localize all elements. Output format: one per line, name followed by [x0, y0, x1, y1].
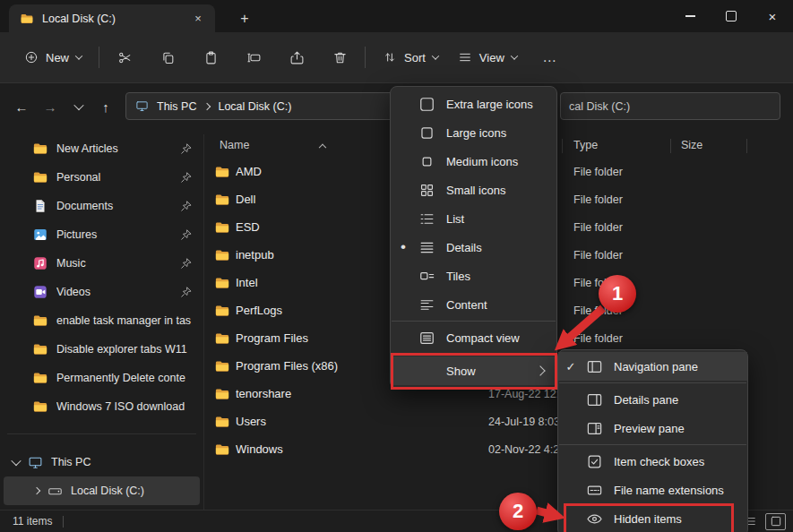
large-icons-icon: [418, 124, 435, 142]
menu-item-tiles[interactable]: Tiles: [391, 262, 556, 290]
folder-icon: [32, 169, 48, 185]
column-divider[interactable]: [746, 139, 747, 153]
sidebar-item-enable-task-manager[interactable]: enable task manager in tas: [0, 306, 203, 335]
submenu-item-hidden-items[interactable]: Hidden items: [558, 504, 747, 532]
view-button[interactable]: View: [448, 44, 527, 71]
sidebar-item-personal[interactable]: Personal: [0, 163, 203, 192]
menu-item-details[interactable]: • Details: [391, 233, 556, 262]
recent-locations-button[interactable]: [66, 94, 91, 119]
new-button[interactable]: New: [14, 44, 91, 71]
chevron-down-icon: [73, 100, 83, 110]
details-view-icon: [418, 239, 435, 256]
file-extension-icon: [586, 482, 603, 499]
share-button[interactable]: [279, 41, 315, 73]
submenu-item-item-check-boxes[interactable]: Item check boxes: [558, 447, 747, 476]
tiles-view-icon: [418, 268, 435, 285]
folder-icon: [214, 219, 230, 236]
maximize-button[interactable]: [711, 0, 752, 32]
column-header-type[interactable]: Type: [573, 139, 598, 151]
compact-view-icon: [418, 330, 435, 347]
thumbnail-view-icon: [770, 515, 782, 528]
menu-item-list[interactable]: List: [391, 204, 556, 233]
column-divider[interactable]: [670, 139, 671, 153]
sidebar-item-music[interactable]: Music: [0, 249, 203, 278]
menu-item-compact-view[interactable]: Compact view: [391, 323, 556, 352]
more-options-button[interactable]: …: [532, 41, 568, 73]
sidebar-item-disable-explorer-tabs[interactable]: Disable explorer tabs W11: [0, 335, 203, 364]
up-button[interactable]: ↑: [93, 94, 118, 119]
menu-item-medium-icons[interactable]: Medium icons: [391, 147, 556, 176]
back-button[interactable]: ←: [9, 94, 34, 119]
view-dropdown-menu: Extra large icons Large icons Medium ico…: [390, 86, 557, 389]
file-explorer-window: Local Disk (C:) × + × New Sort: [0, 0, 793, 532]
cut-button[interactable]: [107, 41, 142, 73]
folder-icon: [214, 330, 230, 347]
breadcrumb-local-disk[interactable]: Local Disk (C:): [218, 100, 291, 113]
sidebar-item-pictures[interactable]: Pictures: [0, 220, 203, 249]
medium-icons-icon: [418, 153, 435, 170]
tab-title: Local Disk (C:): [42, 13, 180, 25]
sidebar-item-windows7-iso[interactable]: Windows 7 ISO download: [0, 392, 203, 421]
column-header-name[interactable]: Name: [220, 139, 249, 151]
pin-icon: [180, 257, 193, 270]
menu-item-content[interactable]: Content: [391, 290, 556, 319]
menu-separator: [559, 444, 746, 445]
forward-button[interactable]: →: [38, 94, 63, 119]
submenu-item-navigation-pane[interactable]: ✓ Navigation pane: [558, 352, 747, 381]
close-button[interactable]: ×: [752, 0, 793, 32]
sort-ascending-icon: [319, 144, 326, 151]
menu-item-large-icons[interactable]: Large icons: [391, 118, 556, 147]
copy-icon: [160, 50, 176, 65]
delete-button[interactable]: [322, 41, 358, 73]
sidebar-item-new-articles[interactable]: New Articles: [0, 134, 203, 163]
submenu-item-file-name-extensions[interactable]: File name extensions: [558, 476, 747, 504]
show-submenu: ✓ Navigation pane Details pane Preview p…: [557, 349, 748, 532]
view-icon: [458, 50, 472, 64]
sidebar-item-documents[interactable]: Documents: [0, 192, 203, 220]
column-divider[interactable]: [562, 139, 563, 153]
navigation-pane: New Articles Personal Documents Pictures…: [0, 134, 204, 511]
menu-item-small-icons[interactable]: Small icons: [391, 176, 556, 204]
menu-separator: [392, 354, 556, 355]
trash-icon: [332, 50, 348, 65]
explorer-tab[interactable]: Local Disk (C:) ×: [9, 4, 215, 32]
view-button-label: View: [479, 51, 504, 64]
chevron-right-icon: [33, 487, 40, 494]
pin-icon: [180, 200, 193, 212]
menu-item-show[interactable]: Show: [391, 356, 556, 385]
sidebar-item-this-pc[interactable]: This PC: [0, 448, 203, 476]
cut-icon: [117, 50, 133, 65]
this-pc-icon: [28, 455, 43, 470]
column-header-size[interactable]: Size: [681, 139, 702, 151]
small-icons-icon: [418, 182, 435, 199]
paste-button[interactable]: [193, 41, 228, 73]
eye-icon: [586, 511, 603, 528]
sort-button[interactable]: Sort: [373, 44, 448, 71]
submenu-item-details-pane[interactable]: Details pane: [558, 385, 747, 414]
minimize-icon: [685, 15, 695, 16]
new-tab-button[interactable]: +: [233, 8, 256, 29]
selected-bullet: •: [391, 238, 416, 256]
copy-button[interactable]: [150, 41, 185, 73]
disk-drive-icon: [47, 484, 63, 499]
toolbar-separator: [365, 47, 366, 68]
large-thumbnails-view-toggle[interactable]: [765, 513, 786, 530]
window-controls: ×: [669, 0, 793, 32]
sidebar-item-videos[interactable]: Videos: [0, 278, 203, 306]
items-count: 11 items: [13, 515, 52, 528]
menu-item-extra-large-icons[interactable]: Extra large icons: [391, 90, 556, 118]
minimize-button[interactable]: [669, 0, 711, 32]
chevron-down-icon: [432, 52, 439, 59]
tab-close-button[interactable]: ×: [188, 10, 208, 28]
search-input[interactable]: cal Disk (C:): [560, 92, 780, 120]
rename-button[interactable]: [236, 41, 272, 73]
toolbar-separator: [99, 47, 99, 68]
submenu-item-preview-pane[interactable]: Preview pane: [558, 414, 747, 442]
sidebar-item-permanently-delete[interactable]: Permanently Delete conte: [0, 364, 203, 392]
sidebar-separator: [7, 433, 196, 434]
sort-button-label: Sort: [404, 51, 426, 64]
sidebar-item-local-disk-c[interactable]: Local Disk (C:): [4, 476, 200, 505]
videos-icon: [32, 284, 48, 300]
breadcrumb-this-pc[interactable]: This PC: [157, 100, 196, 113]
documents-icon: [32, 198, 48, 214]
